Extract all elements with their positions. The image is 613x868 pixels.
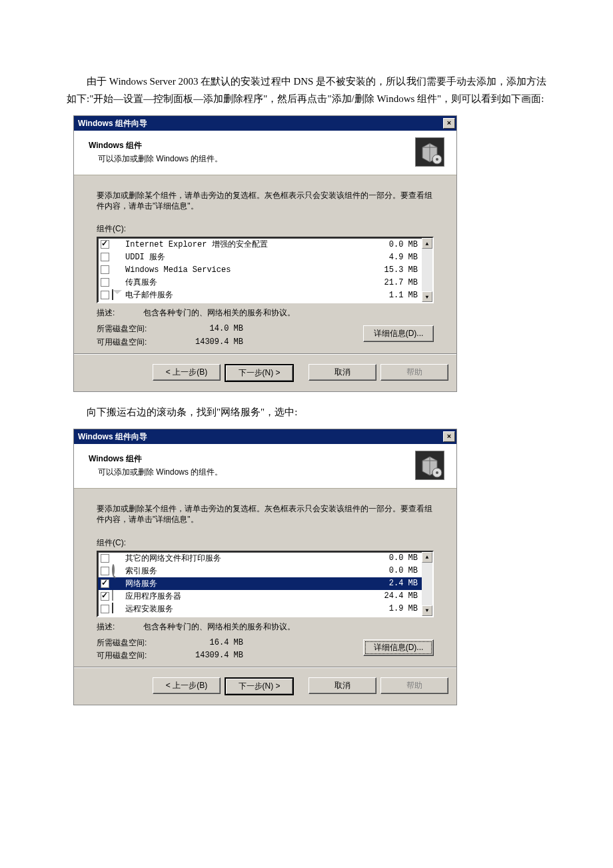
checkbox[interactable] [101,592,109,601]
checkbox[interactable] [101,579,109,588]
window-title: Windows 组件向导 [78,118,147,129]
ie-icon [112,239,123,250]
scroll-down-icon[interactable]: ▼ [422,605,432,616]
wizard-dialog-1: Windows 组件向导 × Windows 组件 可以添加或删除 Window… [73,115,457,392]
list-item[interactable]: 应用程序服务器24.4 MB [98,590,422,603]
item-label: 远程安装服务 [125,603,371,615]
components-listbox[interactable]: 其它的网络文件和打印服务0.0 MB索引服务0.0 MB网络服务2.4 MB应用… [97,551,434,617]
remote-icon [112,603,123,614]
next-button[interactable]: 下一步(N) > [225,364,294,382]
cancel-button[interactable]: 取消 [308,677,376,694]
list-item[interactable]: 远程安装服务1.9 MB [98,603,422,615]
item-label: 索引服务 [125,565,371,577]
available-space-value: 14309.4 MB [163,649,283,662]
description-label: 描述: [97,621,143,633]
intro-paragraph-1: 由于 Windows Server 2003 在默认的安装过程中 DNS 是不被… [67,73,546,107]
description-text: 包含各种专门的、网络相关的服务和协议。 [143,621,295,633]
item-size: 0.0 MB [371,553,418,563]
search-icon [112,565,123,576]
package-icon [415,451,444,480]
item-size: 15.3 MB [371,265,418,275]
item-label: 其它的网络文件和打印服务 [125,553,371,564]
checkbox[interactable] [101,291,109,299]
item-size: 4.9 MB [371,253,418,262]
available-space-label: 可用磁盘空间: [97,336,163,349]
list-item[interactable]: 电子邮件服务1.1 MB [98,289,422,301]
back-button[interactable]: < 上一步(B) [153,364,221,381]
description-text: 包含各种专门的、网络相关的服务和协议。 [143,307,295,319]
scrollbar[interactable]: ▲ ▼ [422,238,432,302]
list-item[interactable]: Internet Explorer 增强的安全配置0.0 MB [98,238,422,251]
wizard-button-row: < 上一步(B) 下一步(N) > 取消 帮助 [74,667,456,705]
net-icon [112,578,123,589]
item-label: Internet Explorer 增强的安全配置 [125,239,371,250]
header-subtitle: 可以添加或删除 Windows 的组件。 [89,153,415,165]
help-button[interactable]: 帮助 [380,677,448,694]
list-item[interactable]: 网络服务2.4 MB [98,577,422,590]
globe-icon [112,252,123,263]
titlebar: Windows 组件向导 × [74,116,456,131]
item-size: 1.1 MB [371,291,418,300]
header-subtitle: 可以添加或删除 Windows 的组件。 [89,467,415,478]
checkbox[interactable] [101,253,109,261]
instruction-text: 要添加或删除某个组件，请单击旁边的复选框。灰色框表示只会安装该组件的一部分。要查… [97,503,434,525]
required-space-value: 14.0 MB [163,323,283,335]
item-label: 网络服务 [125,578,371,589]
required-space-label: 所需磁盘空间: [97,637,163,649]
scroll-up-icon[interactable]: ▲ [422,238,432,249]
back-button[interactable]: < 上一步(B) [153,677,221,694]
checkbox[interactable] [101,567,109,575]
item-size: 24.4 MB [371,591,418,601]
instruction-text: 要添加或删除某个组件，请单击旁边的复选框。灰色框表示只会安装该组件的一部分。要查… [97,190,434,211]
item-size: 1.9 MB [371,604,418,613]
checkbox[interactable] [101,265,109,274]
fax-icon [112,277,123,288]
help-button[interactable]: 帮助 [380,364,448,381]
list-item[interactable]: Windows Media Services15.3 MB [98,263,422,276]
details-button[interactable]: 详细信息(D)... [363,325,434,342]
components-label: 组件(C): [97,223,434,235]
scrollbar[interactable]: ▲ ▼ [422,552,432,616]
item-label: 应用程序服务器 [125,591,371,602]
app-icon [112,591,123,601]
checkbox[interactable] [101,240,109,249]
details-button[interactable]: 详细信息(D)... [363,639,434,656]
item-label: 电子邮件服务 [125,289,371,301]
titlebar: Windows 组件向导 × [74,429,456,444]
checkbox[interactable] [101,278,109,287]
header-title: Windows 组件 [89,453,415,465]
wmp-icon [112,265,123,275]
checkbox[interactable] [101,605,109,613]
available-space-label: 可用磁盘空间: [97,649,163,662]
svg-point-2 [436,158,438,161]
scroll-up-icon[interactable]: ▲ [422,552,432,563]
list-item[interactable]: 索引服务0.0 MB [98,565,422,577]
list-item[interactable]: UDDI 服务4.9 MB [98,251,422,263]
item-size: 2.4 MB [371,579,418,588]
scroll-down-icon[interactable]: ▼ [422,291,432,302]
package-icon [415,137,444,167]
available-space-value: 14309.4 MB [163,336,283,349]
cancel-button[interactable]: 取消 [308,364,376,381]
wizard-dialog-2: Windows 组件向导 × Windows 组件 可以添加或删除 Window… [73,429,457,705]
item-size: 21.7 MB [371,278,418,287]
wizard-button-row: < 上一步(B) 下一步(N) > 取消 帮助 [74,354,456,391]
intro-paragraph-2: 向下搬运右边的滚动条，找到"网络服务"，选中: [67,404,546,421]
close-icon[interactable]: × [443,118,455,129]
folder-icon [112,553,123,563]
list-item[interactable]: 其它的网络文件和打印服务0.0 MB [98,552,422,565]
next-button[interactable]: 下一步(N) > [225,677,294,695]
item-label: UDDI 服务 [125,251,371,263]
description-label: 描述: [97,307,143,319]
list-item[interactable]: 传真服务21.7 MB [98,276,422,289]
required-space-value: 16.4 MB [163,637,283,649]
window-title: Windows 组件向导 [78,431,147,443]
item-size: 0.0 MB [371,240,418,249]
close-icon[interactable]: × [443,431,455,442]
mail-icon [112,290,123,301]
item-size: 0.0 MB [371,566,418,575]
svg-point-5 [436,471,438,474]
required-space-label: 所需磁盘空间: [97,323,163,335]
components-listbox[interactable]: Internet Explorer 增强的安全配置0.0 MBUDDI 服务4.… [97,237,434,303]
checkbox[interactable] [101,554,109,563]
